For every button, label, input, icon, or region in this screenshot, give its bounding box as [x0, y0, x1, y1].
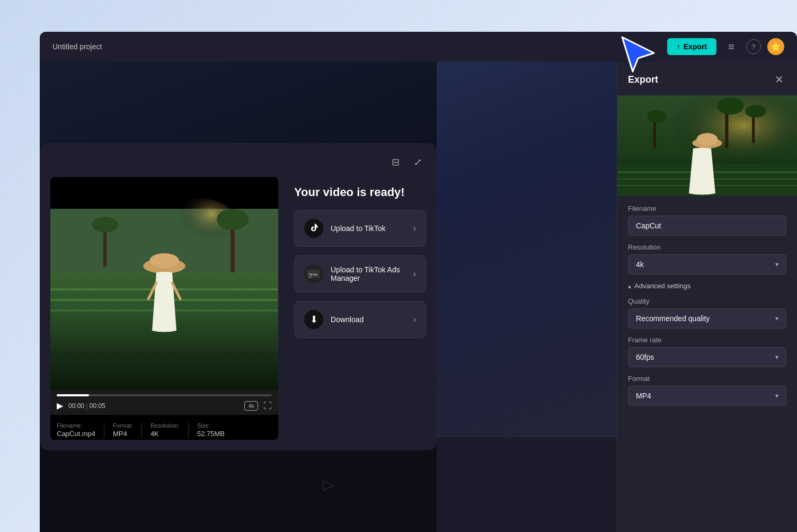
filename-field-group: Filename	[628, 205, 786, 236]
menu-icon: ≡	[728, 41, 734, 53]
tiktok-ads-icon-container: TikTok Ads	[304, 264, 323, 283]
download-chevron-icon: ›	[413, 315, 416, 324]
video-screen	[50, 177, 278, 390]
frame-rate-chevron-icon: ▾	[775, 353, 778, 361]
size-info: Size: 52.75MB	[197, 422, 233, 438]
advanced-settings-label: Advanced settings	[634, 282, 690, 290]
export-panel-header: Export ✕	[617, 61, 797, 95]
expand-icon: ⤢	[414, 156, 422, 168]
modal-right: Your video is ready! Upload to TikTok ›	[294, 177, 426, 440]
resolution-field-group: Resolution 4k ▾	[628, 243, 786, 274]
close-export-button[interactable]: ✕	[772, 72, 786, 87]
export-arrow-icon: ↑	[677, 42, 680, 51]
download-icon: ⬇	[310, 314, 318, 325]
feedback-button[interactable]: ⊟	[387, 154, 404, 171]
fullscreen-button[interactable]: ⛶	[263, 401, 272, 411]
progress-fill	[57, 394, 89, 396]
svg-point-6	[92, 217, 118, 233]
svg-point-2	[156, 198, 241, 262]
quality-chevron-icon: ▾	[775, 315, 778, 322]
avatar-emoji: 🌟	[771, 42, 781, 52]
progress-bar[interactable]	[57, 394, 272, 396]
filename-label: Filename	[628, 205, 786, 212]
top-bar: Untitled project ↑ Export ≡ ? 🌟	[40, 32, 797, 61]
tiktok-button-label: Upload to TikTok	[331, 224, 406, 233]
app-window: Untitled project ↑ Export ≡ ? 🌟 ▷	[40, 32, 797, 532]
filename-input[interactable]	[628, 216, 786, 236]
modal-overlay: ⊟ ⤢	[40, 61, 437, 532]
svg-text:Ads: Ads	[308, 276, 312, 278]
filename-info: Filename: CapCut.mp4	[57, 422, 104, 438]
help-button[interactable]: ?	[746, 39, 761, 54]
tiktok-ads-button-label: Upload to TikTok Ads Manager	[331, 265, 406, 282]
video-ready-title: Your video is ready!	[294, 185, 426, 199]
resolution-select[interactable]: 4k ▾	[628, 254, 786, 274]
download-button-label: Download	[331, 315, 406, 324]
modal-content: ▶ 00:00 | 00:05 4k ⛶	[50, 177, 426, 440]
format-select[interactable]: MP4 ▾	[628, 386, 786, 406]
export-panel-content: Filename Resolution 4k ▾ ▴ Advanced sett…	[617, 196, 797, 414]
project-title: Untitled project	[52, 42, 102, 51]
advanced-settings-chevron-icon: ▴	[628, 282, 631, 290]
svg-point-12	[149, 253, 179, 268]
tiktok-ads-chevron-icon: ›	[413, 269, 416, 279]
format-label: Format	[628, 375, 786, 383]
frame-rate-select[interactable]: 60fps ▾	[628, 347, 786, 367]
svg-point-25	[648, 110, 667, 123]
tiktok-ads-icon: TikTok Ads	[307, 270, 320, 278]
resolution-info: Resolution: 4K	[150, 422, 189, 438]
current-time: 00:00 | 00:05	[68, 402, 105, 410]
quality-label: Quality	[628, 297, 786, 305]
expand-button[interactable]: ⤢	[409, 154, 426, 171]
user-avatar[interactable]: 🌟	[767, 38, 784, 55]
export-button[interactable]: ↑ Export	[667, 38, 716, 55]
quality-badge[interactable]: 4k	[244, 401, 258, 411]
frame-rate-label: Frame rate	[628, 336, 786, 344]
svg-point-4	[217, 209, 249, 230]
format-chevron-icon: ▾	[775, 392, 778, 400]
download-icon-container: ⬇	[304, 310, 323, 329]
help-icon: ?	[751, 43, 755, 51]
tiktok-chevron-icon: ›	[413, 224, 416, 233]
quality-field-group: Quality Recommended quality ▾	[628, 297, 786, 329]
tiktok-icon	[308, 223, 319, 234]
export-panel: Export ✕	[617, 61, 797, 532]
thumbnail-svg	[617, 95, 797, 196]
svg-rect-0	[50, 177, 278, 209]
export-panel-title: Export	[628, 74, 658, 85]
feedback-icon: ⊟	[392, 156, 400, 168]
video-background	[50, 177, 278, 390]
resolution-chevron-icon: ▾	[775, 261, 778, 268]
format-info: Format: MP4	[113, 422, 142, 438]
quality-select[interactable]: Recommended quality ▾	[628, 308, 786, 329]
modal-top-icons: ⊟ ⤢	[50, 154, 426, 171]
resolution-label: Resolution	[628, 243, 786, 251]
play-button[interactable]: ▶	[57, 401, 63, 411]
canvas-area: ▷ ⊟ ⤢	[40, 61, 617, 532]
svg-point-23	[745, 105, 766, 118]
app-body: ▷ ⊟ ⤢	[40, 61, 797, 532]
close-icon: ✕	[775, 73, 784, 86]
file-info: Filename: CapCut.mp4 Format: MP4 Resolut…	[50, 415, 278, 440]
video-player: ▶ 00:00 | 00:05 4k ⛶	[50, 177, 278, 440]
svg-point-31	[697, 133, 718, 146]
svg-point-21	[718, 97, 744, 114]
frame-rate-field-group: Frame rate 60fps ▾	[628, 336, 786, 367]
advanced-settings-row[interactable]: ▴ Advanced settings	[628, 282, 786, 290]
format-field-group: Format MP4 ▾	[628, 375, 786, 406]
download-button[interactable]: ⬇ Download ›	[294, 301, 426, 338]
video-ready-dialog: ⊟ ⤢	[40, 143, 437, 450]
top-bar-actions: ↑ Export ≡ ? 🌟	[667, 38, 784, 55]
video-controls: ▶ 00:00 | 00:05 4k ⛶	[50, 390, 278, 415]
tiktok-icon-container	[304, 219, 323, 238]
upload-tiktok-button[interactable]: Upload to TikTok ›	[294, 210, 426, 247]
controls-row: ▶ 00:00 | 00:05 4k ⛶	[57, 401, 272, 411]
menu-button[interactable]: ≡	[723, 38, 740, 55]
export-thumbnail	[617, 95, 797, 196]
upload-tiktok-ads-button[interactable]: TikTok Ads Upload to TikTok Ads Manager …	[294, 255, 426, 292]
